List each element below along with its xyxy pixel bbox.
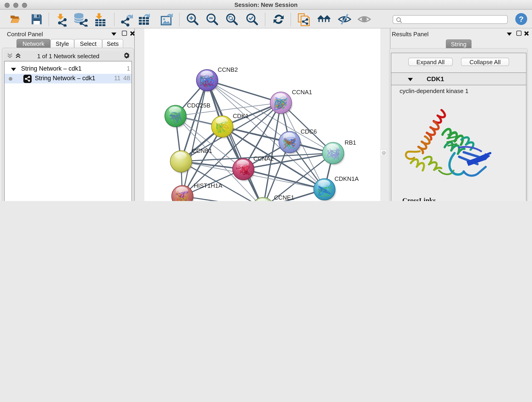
svg-text:CCNA2: CCNA2 <box>253 155 273 162</box>
svg-text:HIST1H1A: HIST1H1A <box>194 182 222 189</box>
svg-text:CDC25B: CDC25B <box>187 102 210 109</box>
svg-text:CCNA1: CCNA1 <box>292 89 312 96</box>
svg-text:CDKN1A: CDKN1A <box>335 175 359 182</box>
svg-text:CCNE1: CCNE1 <box>274 194 294 201</box>
svg-text:?: ? <box>519 15 524 23</box>
svg-text:CDK1: CDK1 <box>233 113 249 119</box>
svg-text:CDC6: CDC6 <box>301 128 317 135</box>
svg-text:CCNB1: CCNB1 <box>192 147 212 154</box>
svg-text:CCNB2: CCNB2 <box>218 66 238 73</box>
svg-text:RB1: RB1 <box>345 139 356 146</box>
